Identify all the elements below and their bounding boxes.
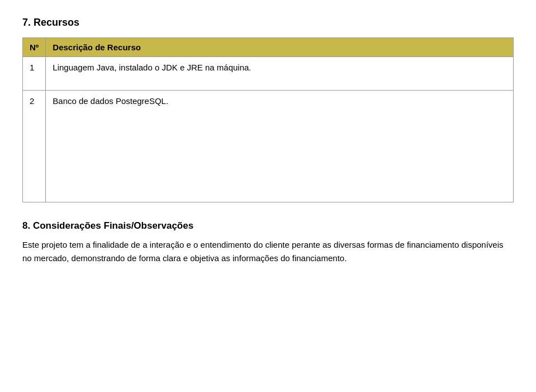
- resources-table: Nº Descrição de Recurso 1Linguagem Java,…: [22, 37, 514, 202]
- row-description: Linguagem Java, instalado o JDK e JRE na…: [46, 57, 514, 91]
- row-description: Banco de dados PostegreSQL.: [46, 91, 514, 202]
- row-num: 2: [23, 91, 46, 202]
- section-8-body: Este projeto tem a finalidade de a inter…: [22, 238, 514, 265]
- col-desc-header: Descrição de Recurso: [46, 38, 514, 57]
- section-7-title: 7. Recursos: [22, 17, 514, 29]
- table-header-row: Nº Descrição de Recurso: [23, 38, 514, 57]
- section-8-title: 8. Considerações Finais/Observações: [22, 220, 514, 232]
- table-row: 1Linguagem Java, instalado o JDK e JRE n…: [23, 57, 514, 91]
- row-num: 1: [23, 57, 46, 91]
- table-row: 2Banco de dados PostegreSQL.: [23, 91, 514, 202]
- col-num-header: Nº: [23, 38, 46, 57]
